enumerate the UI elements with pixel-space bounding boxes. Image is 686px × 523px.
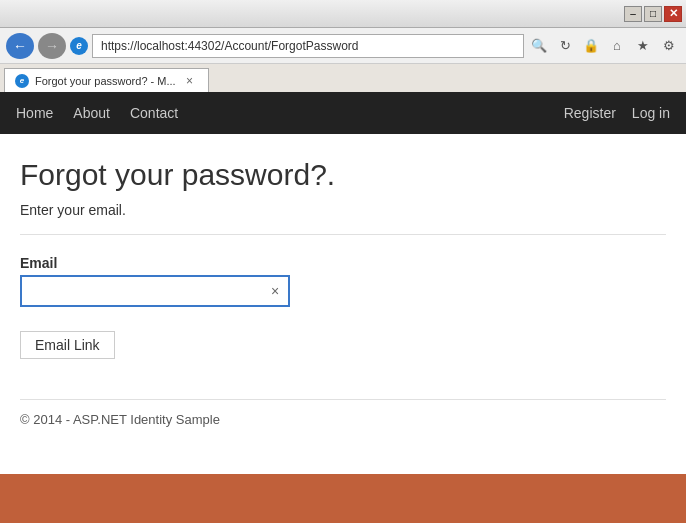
minimize-button[interactable]: – — [624, 6, 642, 22]
top-divider — [20, 234, 666, 235]
email-link-button[interactable]: Email Link — [20, 331, 115, 359]
title-bar: – □ ✕ — [0, 0, 686, 28]
nav-login[interactable]: Log in — [632, 101, 670, 125]
nav-left: Home About Contact — [16, 101, 564, 125]
email-input-wrapper: × — [20, 275, 290, 307]
forward-button[interactable]: → — [38, 33, 66, 59]
search-icon[interactable]: 🔍 — [528, 35, 550, 57]
tab-title: Forgot your password? - M... — [35, 75, 176, 87]
tab-ie-icon: e — [15, 74, 29, 88]
page-title: Forgot your password?. — [20, 158, 666, 192]
email-label: Email — [20, 255, 666, 271]
lock-icon: 🔒 — [580, 35, 602, 57]
window-chrome: – □ ✕ ← → e https://localhost:44302/Acco… — [0, 0, 686, 474]
close-button[interactable]: ✕ — [664, 6, 682, 22]
title-bar-buttons: – □ ✕ — [624, 6, 682, 22]
nav-right: Register Log in — [564, 101, 670, 125]
home-icon[interactable]: ⌂ — [606, 35, 628, 57]
email-form-group: Email × — [20, 255, 666, 307]
email-input[interactable] — [20, 275, 290, 307]
nav-register[interactable]: Register — [564, 101, 616, 125]
maximize-button[interactable]: □ — [644, 6, 662, 22]
tab-close-button[interactable]: × — [182, 73, 198, 89]
active-tab[interactable]: e Forgot your password? - M... × — [4, 68, 209, 92]
address-bar: ← → e https://localhost:44302/Account/Fo… — [0, 28, 686, 64]
address-icons: 🔍 ↻ 🔒 ⌂ ★ ⚙ — [528, 35, 680, 57]
footer-divider — [20, 399, 666, 400]
nav-home[interactable]: Home — [16, 101, 53, 125]
browser-content: Home About Contact Register Log in Forgo… — [0, 92, 686, 474]
footer-copyright: © 2014 - ASP.NET Identity Sample — [20, 412, 666, 427]
address-input[interactable]: https://localhost:44302/Account/ForgotPa… — [92, 34, 524, 58]
settings-icon[interactable]: ⚙ — [658, 35, 680, 57]
back-button[interactable]: ← — [6, 33, 34, 59]
site-nav: Home About Contact Register Log in — [0, 92, 686, 134]
main-content: Forgot your password?. Enter your email.… — [0, 134, 686, 474]
tab-bar: e Forgot your password? - M... × — [0, 64, 686, 92]
nav-contact[interactable]: Contact — [130, 101, 178, 125]
page-subtitle: Enter your email. — [20, 202, 666, 218]
ie-browser-icon: e — [70, 37, 88, 55]
favorites-icon[interactable]: ★ — [632, 35, 654, 57]
refresh-icon[interactable]: ↻ — [554, 35, 576, 57]
nav-about[interactable]: About — [73, 101, 110, 125]
clear-email-button[interactable]: × — [266, 282, 284, 300]
